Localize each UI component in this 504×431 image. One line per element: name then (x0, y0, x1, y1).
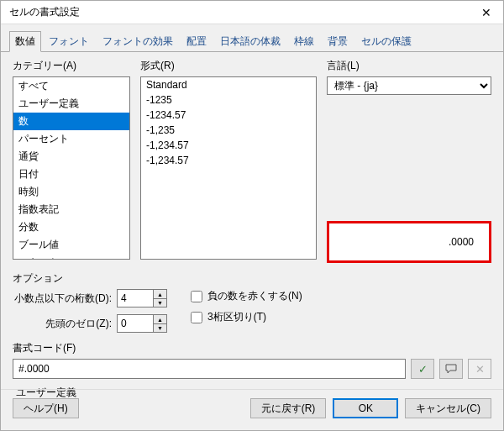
format-item[interactable]: -1235 (141, 92, 316, 108)
tab-0[interactable]: 数値 (9, 31, 41, 52)
spin-down-icon[interactable]: ▼ (154, 323, 167, 333)
category-listbox[interactable]: すべてユーザー定義数パーセント通貨日付時刻指数表記分数ブール値テキスト (13, 76, 130, 260)
ok-button[interactable]: OK (333, 398, 398, 418)
preview-box: .0000 (327, 221, 491, 263)
leading-zeros-label: 先頭のゼロ(Z): (13, 317, 112, 331)
category-item[interactable]: テキスト (13, 254, 129, 260)
leading-zeros-input[interactable] (117, 314, 154, 333)
format-cells-dialog: セルの書式設定 ✕ 数値フォントフォントの効果配置日本語の体裁枠線背景セルの保護… (0, 0, 504, 431)
format-code-input[interactable] (13, 359, 406, 379)
apply-code-button[interactable]: ✓ (411, 359, 434, 379)
category-heading: カテゴリー(A) (13, 59, 130, 73)
delete-code-button: ✕ (468, 359, 491, 379)
category-item[interactable]: すべて (13, 77, 129, 95)
decimal-places-spinner[interactable]: ▲▼ (117, 289, 167, 307)
format-item[interactable]: -1234.57 (141, 108, 316, 123)
category-item[interactable]: ブール値 (13, 236, 129, 254)
format-heading: 形式(R) (140, 59, 317, 73)
tab-5[interactable]: 枠線 (288, 31, 320, 51)
category-item[interactable]: 指数表記 (13, 201, 129, 218)
reset-button[interactable]: 元に戻す(R) (250, 398, 327, 418)
category-item[interactable]: 時刻 (13, 183, 129, 201)
dialog-body: カテゴリー(A) すべてユーザー定義数パーセント通貨日付時刻指数表記分数ブール値… (1, 52, 503, 407)
tab-6[interactable]: 背景 (322, 31, 354, 51)
tab-strip: 数値フォントフォントの効果配置日本語の体裁枠線背景セルの保護 (1, 24, 503, 52)
format-listbox[interactable]: Standard-1235-1234.57-1,235-1,234.57-1,2… (140, 76, 317, 260)
thousands-input[interactable] (191, 312, 202, 323)
category-item[interactable]: 日付 (13, 166, 129, 183)
spin-up-icon[interactable]: ▲ (154, 289, 167, 298)
spin-down-icon[interactable]: ▼ (154, 298, 167, 307)
edit-comment-button[interactable] (439, 359, 463, 379)
close-button[interactable]: ✕ (470, 1, 503, 24)
window-title: セルの書式設定 (9, 5, 80, 19)
preview-value: .0000 (449, 236, 474, 248)
neg-red-checkbox[interactable]: 負の数を赤くする(N) (191, 289, 302, 303)
category-item[interactable]: 通貨 (13, 148, 129, 166)
tab-3[interactable]: 配置 (181, 31, 213, 51)
category-item[interactable]: ユーザー定義 (13, 95, 129, 113)
tab-7[interactable]: セルの保護 (355, 31, 417, 51)
category-item[interactable]: 数 (13, 113, 129, 130)
decimal-places-label: 小数点以下の桁数(D): (13, 292, 112, 306)
format-item[interactable]: -1,235 (141, 123, 316, 138)
dialog-footer: ヘルプ(H) 元に戻す(R) OK キャンセル(C) (1, 389, 503, 430)
tab-4[interactable]: 日本語の体裁 (214, 31, 286, 51)
leading-zeros-spinner[interactable]: ▲▼ (117, 314, 167, 333)
format-item[interactable]: -1,234.57 (141, 138, 316, 153)
neg-red-input[interactable] (191, 291, 202, 302)
tab-2[interactable]: フォントの効果 (97, 31, 179, 51)
thousands-label: 3桁区切り(T) (207, 310, 266, 324)
decimal-places-input[interactable] (117, 289, 154, 307)
category-item[interactable]: 分数 (13, 218, 129, 236)
cancel-button[interactable]: キャンセル(C) (405, 398, 491, 418)
format-item[interactable]: -1,234.57 (141, 153, 316, 168)
help-button[interactable]: ヘルプ(H) (13, 398, 79, 418)
format-item[interactable]: Standard (141, 77, 316, 92)
language-heading: 言語(L) (327, 59, 491, 73)
category-item[interactable]: パーセント (13, 130, 129, 148)
titlebar: セルの書式設定 ✕ (1, 1, 503, 24)
spin-up-icon[interactable]: ▲ (154, 314, 167, 323)
tab-1[interactable]: フォント (43, 31, 95, 51)
comment-icon (445, 364, 457, 374)
options-heading: オプション (13, 271, 491, 286)
language-select[interactable]: 標準 - {ja} (327, 76, 491, 95)
thousands-checkbox[interactable]: 3桁区切り(T) (191, 310, 302, 324)
neg-red-label: 負の数を赤くする(N) (207, 289, 302, 303)
format-code-heading: 書式コード(F) (13, 341, 491, 355)
